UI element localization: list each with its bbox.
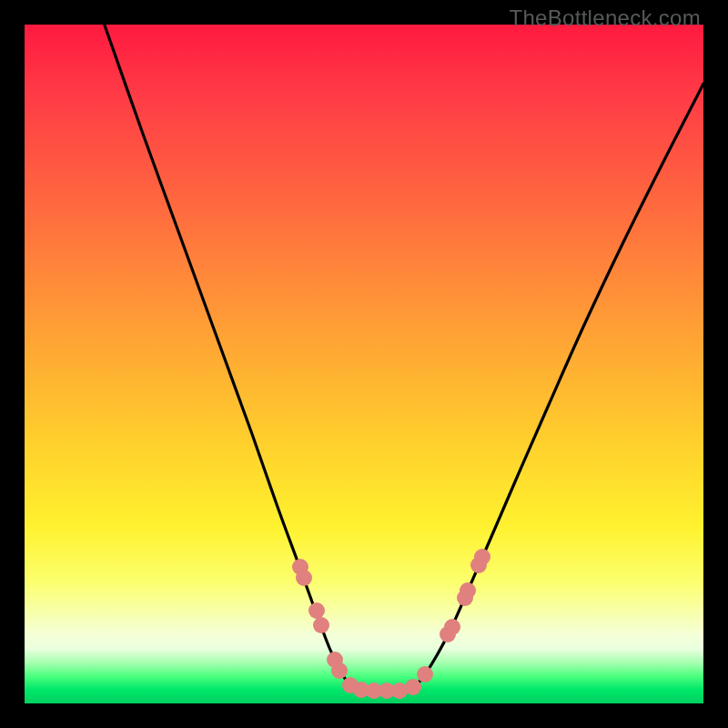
series-marker: [313, 617, 329, 633]
curve-svg: [25, 25, 703, 703]
bottleneck-chart: TheBottleneck.com: [0, 0, 728, 728]
series-marker: [331, 662, 348, 679]
marker-group: [292, 549, 490, 699]
watermark-text: TheBottleneck.com: [509, 5, 701, 31]
series-marker: [417, 666, 433, 682]
series-marker: [474, 549, 490, 565]
series-marker: [460, 582, 476, 599]
plot-area: [25, 25, 703, 703]
series-marker: [308, 602, 325, 619]
series-marker: [405, 679, 421, 695]
bottleneck-curve: [103, 20, 703, 691]
series-marker: [296, 570, 312, 586]
series-marker: [444, 619, 460, 635]
